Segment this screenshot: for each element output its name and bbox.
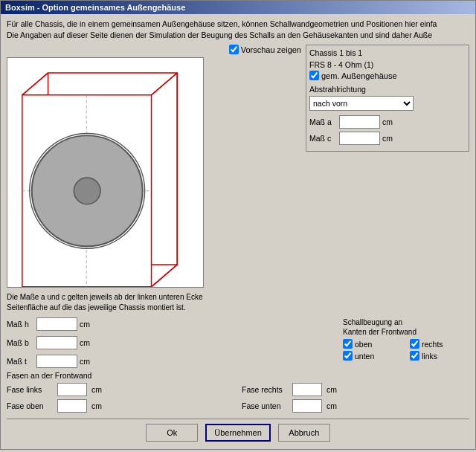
ok-button[interactable]: Ok — [146, 424, 198, 442]
buttons-row: Ok Übernehmen Abbruch — [7, 419, 469, 445]
mass-b-unit: cm — [80, 338, 90, 347]
gemeinsam-checkbox[interactable] — [309, 71, 319, 80]
fase-oben-item: Fase oben 0 cm — [7, 399, 234, 413]
mass-a-input[interactable]: 10 — [339, 115, 380, 129]
schall-rechts-label: rechts — [422, 340, 443, 349]
schall-oben-checkbox[interactable] — [343, 339, 353, 349]
bottom-left: Maß h 15 cm Maß b 11 cm Maß t 11 cm — [7, 317, 335, 371]
abstrahl-select[interactable]: nach vorn nach oben nach unten nach hint… — [309, 96, 414, 111]
fase-unten-item: Fase unten 0 cm — [242, 399, 469, 413]
ubernehmen-button[interactable]: Übernehmen — [205, 424, 271, 442]
preview-checkbox-label[interactable]: Vorschau zeigen — [229, 45, 301, 54]
svg-line-12 — [152, 73, 178, 95]
fase-unten-unit: cm — [327, 401, 337, 410]
fase-rechts-item: Fase rechts 0 cm — [242, 383, 469, 396]
fase-unten-input[interactable]: 0 — [292, 399, 322, 413]
mass-a-unit: cm — [382, 117, 393, 126]
schall-unten-label: unten — [355, 352, 374, 361]
mass-h-row: Maß h 15 cm — [7, 317, 335, 331]
preview-area — [7, 57, 204, 288]
gemeinsam-label: gem. Außengehäuse — [321, 71, 397, 80]
schall-links-label: links — [422, 352, 437, 361]
mass-b-input[interactable]: 11 — [36, 336, 77, 349]
abstrahl-label: Abstrahlrichtung — [309, 85, 466, 94]
preview-checkbox[interactable] — [229, 45, 239, 54]
fase-oben-input[interactable]: 0 — [57, 399, 87, 413]
window-title: Boxsim - Option gemeinsames Außengehäuse — [5, 3, 185, 12]
mass-h-label: Maß h — [7, 320, 36, 329]
mass-a-label: Maß a — [309, 117, 339, 126]
fase-rechts-unit: cm — [327, 385, 337, 394]
fase-links-item: Fase links 0 cm — [7, 383, 234, 396]
mass-h-input[interactable]: 15 — [36, 317, 77, 331]
desc-line2: Die Angaben auf dieser Seite dienen der … — [7, 30, 469, 41]
mass-c-label: Maß c — [309, 134, 339, 143]
fase-links-unit: cm — [91, 385, 102, 394]
schall-title: Schallbeugung an Kanten der Frontwand — [343, 317, 469, 337]
info-line1: Die Maße a und c gelten jeweils ab der l… — [7, 292, 469, 303]
mass-b-label: Maß b — [7, 338, 36, 347]
mass-t-unit: cm — [80, 357, 90, 366]
bottom-right: Schallbeugung an Kanten der Frontwand ob… — [343, 317, 469, 371]
description: Für alle Chassis, die in einem gemeinsam… — [7, 19, 469, 40]
preview-svg — [7, 58, 203, 287]
mass-t-label: Maß t — [7, 357, 36, 366]
fasen-title: Fasen an der Frontwand — [7, 371, 469, 380]
info-line2: Seitenfläche auf die das jeweilige Chass… — [7, 303, 469, 313]
gemeinsam-row: gem. Außengehäuse — [309, 71, 466, 80]
fase-links-input[interactable]: 0 — [57, 383, 87, 396]
mass-b-row: Maß b 11 cm — [7, 336, 335, 349]
fasen-grid: Fase links 0 cm Fase rechts 0 cm Fase ob… — [7, 383, 469, 413]
fase-rechts-label: Fase rechts — [242, 385, 290, 394]
schall-unten-checkbox[interactable] — [343, 351, 353, 361]
chassis-group: Chassis 1 bis 1 FRS 8 - 4 Ohm (1) gem. A… — [306, 45, 469, 152]
mass-c-unit: cm — [382, 134, 393, 143]
schall-links-checkbox[interactable] — [410, 351, 419, 361]
fasen-section: Fasen an der Frontwand Fase links 0 cm F… — [7, 371, 469, 413]
schall-unten-row: unten — [343, 351, 402, 361]
mass-h-unit: cm — [80, 320, 90, 329]
fase-links-label: Fase links — [7, 385, 55, 394]
schall-rechts-row: rechts — [410, 339, 469, 349]
fase-oben-unit: cm — [91, 401, 102, 410]
bottom-combined: Maß h 15 cm Maß b 11 cm Maß t 11 cm — [7, 317, 469, 371]
fase-unten-label: Fase unten — [242, 401, 290, 410]
abbruch-button[interactable]: Abbruch — [278, 424, 330, 442]
mass-a-row: Maß a 10 cm — [309, 115, 466, 129]
schall-links-row: links — [410, 351, 469, 361]
fase-oben-label: Fase oben — [7, 401, 55, 410]
schall-oben-row: oben — [343, 339, 402, 349]
svg-line-13 — [152, 265, 178, 287]
mass-t-row: Maß t 11 cm — [7, 355, 335, 368]
main-window: Boxsim - Option gemeinsames Außengehäuse… — [0, 0, 476, 450]
mass-c-row: Maß c 5,5 cm — [309, 132, 466, 145]
svg-point-11 — [74, 178, 100, 204]
frs-label: FRS 8 - 4 Ohm (1) — [309, 60, 466, 69]
info-text: Die Maße a und c gelten jeweils ab der l… — [7, 292, 469, 313]
chassis-group-title: Chassis 1 bis 1 — [309, 48, 466, 57]
mass-t-input[interactable]: 11 — [36, 355, 77, 368]
schall-oben-label: oben — [355, 340, 372, 349]
svg-line-6 — [22, 73, 48, 95]
right-panel: Chassis 1 bis 1 FRS 8 - 4 Ohm (1) gem. A… — [306, 45, 469, 288]
fase-rechts-input[interactable]: 0 — [292, 383, 322, 396]
left-panel: Vorschau zeigen — [7, 45, 301, 288]
mass-col: Maß h 15 cm Maß b 11 cm Maß t 11 cm — [7, 317, 335, 371]
desc-line1: Für alle Chassis, die in einem gemeinsam… — [7, 19, 469, 30]
title-bar: Boxsim - Option gemeinsames Außengehäuse — [1, 1, 475, 14]
mass-c-input[interactable]: 5,5 — [339, 132, 380, 145]
schall-rechts-checkbox[interactable] — [410, 339, 419, 349]
